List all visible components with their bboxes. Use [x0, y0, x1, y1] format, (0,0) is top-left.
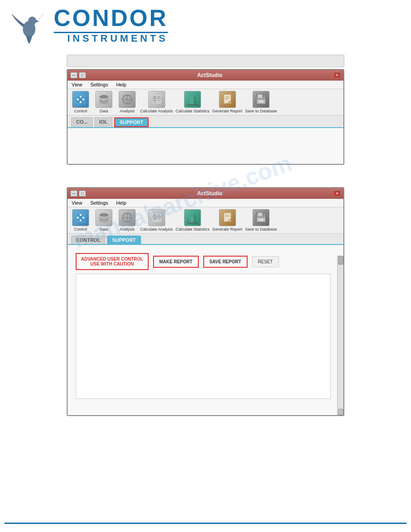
window2-content: ADVANCED USER CONTROL USE WITH CAUTION M…: [68, 245, 343, 415]
maximize-button[interactable]: □: [79, 72, 86, 78]
save-report-button[interactable]: SAVE REPORT: [203, 256, 248, 268]
window1-controls-right: ✕: [334, 72, 341, 78]
logo-text: CONDOR INSTRUMENTS: [54, 5, 168, 44]
svg-rect-8: [82, 99, 84, 100]
condor-bird-logo: [9, 4, 49, 45]
menu-help[interactable]: Help: [115, 82, 128, 88]
w2-toolbar-calc-analysis[interactable]: Calculate Analysis: [140, 209, 173, 232]
reset-button[interactable]: RESET: [252, 256, 279, 267]
w2-minimize-button[interactable]: —: [70, 190, 77, 197]
svg-rect-49: [158, 218, 160, 219]
window1-title: ActStudio: [86, 72, 334, 78]
window2-tab-area: CONTROL SUPPORT: [68, 234, 343, 245]
w2-calc-stats-icon: [184, 209, 201, 226]
svg-rect-39: [82, 217, 84, 219]
tab-iol[interactable]: IOL: [94, 117, 112, 127]
svg-rect-61: [259, 219, 263, 221]
tab-co[interactable]: CO...: [71, 117, 93, 127]
toolbar-calc-stats[interactable]: Calculate Statistics: [176, 91, 210, 113]
svg-rect-6: [80, 101, 81, 103]
window2: — □ ActStudio ✕ View Settings Help Contr…: [67, 187, 344, 416]
toolbar-data-label: Data: [99, 109, 108, 113]
toolbar-save-label: Save to Database: [245, 109, 277, 113]
menu-view[interactable]: View: [70, 82, 84, 88]
w2-toolbar-control[interactable]: Control: [70, 209, 91, 232]
svg-point-40: [99, 213, 108, 217]
svg-rect-48: [154, 218, 156, 219]
w2-toolbar-data[interactable]: Data: [94, 209, 114, 232]
window2-menu-bar: View Settings Help: [68, 199, 343, 207]
window2-title: ActStudio: [86, 190, 334, 197]
data-icon: [95, 91, 112, 108]
toolbar-gen-report[interactable]: Generate Report: [212, 91, 242, 113]
w2-toolbar-save[interactable]: Save to Database: [245, 209, 277, 232]
spacer: [67, 178, 344, 187]
w2-tab-support[interactable]: SUPPORT: [107, 236, 141, 244]
w2-maximize-button[interactable]: □: [79, 190, 86, 197]
svg-rect-17: [158, 96, 160, 98]
bottom-divider: [4, 523, 407, 524]
caution-row: ADVANCED USER CONTROL USE WITH CAUTION M…: [76, 253, 331, 270]
w2-toolbar-save-label: Save to Database: [245, 227, 277, 232]
window1: — □ ActStudio ✕ View Settings Help Contr…: [67, 69, 344, 165]
report-text-area[interactable]: [76, 274, 331, 399]
w2-toolbar-calc-stats[interactable]: Calculate Statistics: [176, 209, 210, 232]
scrollbar-track[interactable]: [337, 256, 343, 415]
toolbar-control[interactable]: Control: [70, 91, 91, 113]
caution-text: ADVANCED USER CONTROL USE WITH CAUTION: [76, 253, 149, 270]
window1-tab-area: CO... IOL SUPPORT: [68, 116, 343, 128]
windows-container: — □ ActStudio ✕ View Settings Help Contr…: [67, 55, 344, 416]
brand-subtitle: INSTRUMENTS: [54, 33, 168, 44]
svg-rect-20: [154, 102, 156, 103]
w2-toolbar-analysis-label: Analysis: [120, 227, 135, 232]
svg-rect-23: [194, 97, 196, 105]
w2-calc-analysis-icon: [148, 209, 165, 226]
header: CONDOR INSTRUMENTS: [0, 0, 411, 49]
window1-title-bar: — □ ActStudio ✕: [68, 70, 343, 81]
save-icon: [253, 91, 270, 108]
calc-analysis-icon: [148, 91, 165, 108]
toolbar-data[interactable]: Data: [94, 91, 114, 113]
minimize-button[interactable]: —: [70, 72, 77, 78]
menu-settings[interactable]: Settings: [89, 82, 110, 88]
w2-menu-help[interactable]: Help: [115, 200, 128, 206]
w2-tab-control[interactable]: CONTROL: [71, 236, 105, 244]
window2-controls-right: ✕: [334, 190, 341, 197]
tab-support[interactable]: SUPPORT: [114, 117, 149, 127]
window1-toolbar: Control Data Analysis Calculate Analysis: [68, 89, 343, 116]
w2-control-icon: [72, 209, 89, 226]
analysis-icon: [119, 91, 136, 108]
svg-rect-51: [191, 217, 193, 223]
window2-title-bar: — □ ActStudio ✕: [68, 188, 343, 199]
toolbar-calc-analysis-label: Calculate Analysis: [140, 109, 173, 113]
w2-gen-report-icon: [219, 209, 236, 226]
make-report-button[interactable]: MAKE REPORT: [153, 256, 199, 268]
toolbar-calc-stats-label: Calculate Statistics: [176, 109, 210, 113]
svg-rect-33: [259, 100, 263, 103]
caution-line1: ADVANCED USER CONTROL: [81, 257, 143, 262]
toolbar-analysis-label: Analysis: [120, 109, 135, 113]
svg-rect-37: [80, 219, 81, 221]
w2-menu-view[interactable]: View: [70, 200, 84, 206]
svg-rect-38: [77, 217, 79, 219]
toolbar-calc-analysis[interactable]: Calculate Analysis: [140, 91, 173, 113]
toolbar-save[interactable]: Save to Database: [245, 91, 277, 113]
w2-menu-settings[interactable]: Settings: [89, 200, 110, 206]
w2-toolbar-control-label: Control: [74, 227, 87, 232]
w2-toolbar-analysis[interactable]: Analysis: [117, 209, 137, 232]
close-button[interactable]: ✕: [334, 72, 341, 78]
svg-rect-22: [191, 99, 193, 105]
top-bar: [67, 55, 344, 67]
w2-close-button[interactable]: ✕: [334, 190, 341, 197]
support-panel: ADVANCED USER CONTROL USE WITH CAUTION M…: [71, 249, 335, 403]
svg-rect-18: [154, 100, 156, 101]
toolbar-analysis[interactable]: Analysis: [117, 91, 137, 113]
w2-save-icon: [253, 209, 270, 226]
w2-toolbar-gen-report[interactable]: Generate Report: [212, 209, 242, 232]
gen-report-icon: [219, 91, 236, 108]
window2-controls-left: — □: [70, 190, 86, 197]
scrollbar-thumb-bottom: [338, 409, 343, 415]
window1-controls-left: — □: [70, 72, 86, 78]
control-icon: [72, 91, 89, 108]
svg-rect-46: [154, 215, 156, 216]
